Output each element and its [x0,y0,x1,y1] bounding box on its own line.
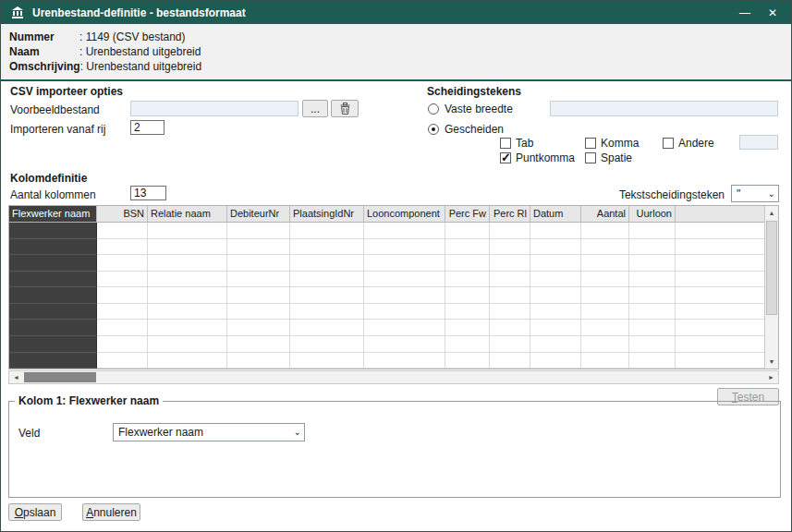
table-cell[interactable] [364,287,445,304]
table-cell[interactable] [227,304,290,320]
table-row[interactable] [9,239,764,256]
column-header-2[interactable]: Relatie naam [148,206,227,223]
gescheiden-radio[interactable] [428,124,439,135]
table-cell[interactable] [364,272,445,288]
table-cell[interactable] [290,239,364,256]
table-cell[interactable] [490,239,530,256]
table-cell[interactable] [581,336,629,353]
table-cell[interactable] [581,239,629,256]
table-row[interactable] [9,353,764,369]
table-cell[interactable] [581,272,629,288]
table-cell[interactable] [9,287,97,304]
table-cell[interactable] [445,287,490,304]
table-row[interactable] [9,336,764,353]
table-cell[interactable] [364,353,445,369]
table-cell[interactable] [629,353,676,369]
table-cell[interactable] [490,287,530,304]
table-row[interactable] [9,287,764,304]
table-cell[interactable] [364,304,445,320]
table-cell[interactable] [148,353,227,369]
table-cell[interactable] [9,223,97,239]
table-cell[interactable] [530,353,581,369]
table-cell[interactable] [148,255,227,272]
column-header-9[interactable]: Aantal [581,206,629,223]
table-cell[interactable] [629,272,676,288]
table-cell[interactable] [530,255,581,272]
table-cell[interactable] [581,287,629,304]
table-cell[interactable] [629,255,676,272]
delete-file-button[interactable] [331,100,359,117]
table-cell[interactable] [290,320,364,336]
table-cell[interactable] [490,353,530,369]
table-cell[interactable] [97,272,148,288]
veld-select[interactable]: Flexwerker naam ⌄ [113,423,305,441]
table-cell[interactable] [290,272,364,288]
horizontal-scrollbar[interactable]: ◄ ► [8,370,779,384]
vertical-scrollbar-thumb[interactable] [766,221,777,315]
table-row[interactable] [9,304,764,320]
importeren-vanaf-rij-input[interactable] [130,120,164,135]
table-cell[interactable] [227,353,290,369]
table-cell[interactable] [148,304,227,320]
table-cell[interactable] [148,223,227,239]
table-cell[interactable] [97,304,148,320]
table-row[interactable] [9,255,764,272]
table-cell[interactable] [629,223,676,239]
table-cell[interactable] [227,239,290,256]
table-cell[interactable] [445,336,490,353]
table-row[interactable] [9,320,764,336]
table-cell[interactable] [97,336,148,353]
table-cell[interactable] [445,239,490,256]
table-cell[interactable] [290,223,364,239]
table-cell[interactable] [148,239,227,256]
table-cell[interactable] [290,304,364,320]
table-cell[interactable] [364,239,445,256]
table-cell[interactable] [581,255,629,272]
table-cell[interactable] [581,223,629,239]
browse-button[interactable]: ... [302,100,328,117]
table-cell[interactable] [530,272,581,288]
column-header-0[interactable]: Flexwerker naam [9,206,97,223]
table-cell[interactable] [490,223,530,239]
table-cell[interactable] [97,287,148,304]
table-cell[interactable] [530,223,581,239]
table-cell[interactable] [9,239,97,256]
scroll-right-icon[interactable]: ► [764,371,778,383]
scroll-left-icon[interactable]: ◄ [9,371,23,383]
table-row[interactable] [9,223,764,239]
table-cell[interactable] [445,304,490,320]
table-cell[interactable] [445,223,490,239]
table-cell[interactable] [227,320,290,336]
column-header-7[interactable]: Perc Rl [490,206,530,223]
table-cell[interactable] [629,239,676,256]
komma-checkbox[interactable] [585,138,596,149]
table-cell[interactable] [148,287,227,304]
table-cell[interactable] [290,287,364,304]
table-cell[interactable] [290,255,364,272]
table-cell[interactable] [9,272,97,288]
spatie-checkbox[interactable] [585,152,596,163]
table-cell[interactable] [9,336,97,353]
horizontal-scrollbar-thumb[interactable] [24,372,96,382]
table-cell[interactable] [290,353,364,369]
table-cell[interactable] [227,223,290,239]
vertical-scrollbar[interactable]: ▲ ▼ [764,206,778,369]
table-cell[interactable] [629,304,676,320]
table-cell[interactable] [148,272,227,288]
table-cell[interactable] [581,320,629,336]
table-cell[interactable] [581,304,629,320]
tab-checkbox[interactable] [500,138,511,149]
aantal-kolommen-input[interactable] [130,186,166,200]
table-cell[interactable] [9,255,97,272]
table-cell[interactable] [227,272,290,288]
table-cell[interactable] [490,255,530,272]
scroll-down-icon[interactable]: ▼ [765,355,778,369]
table-cell[interactable] [530,320,581,336]
minimize-icon[interactable]: — [736,5,754,21]
table-cell[interactable] [490,320,530,336]
table-cell[interactable] [97,353,148,369]
table-cell[interactable] [227,255,290,272]
table-cell[interactable] [445,353,490,369]
table-cell[interactable] [9,320,97,336]
table-cell[interactable] [445,272,490,288]
